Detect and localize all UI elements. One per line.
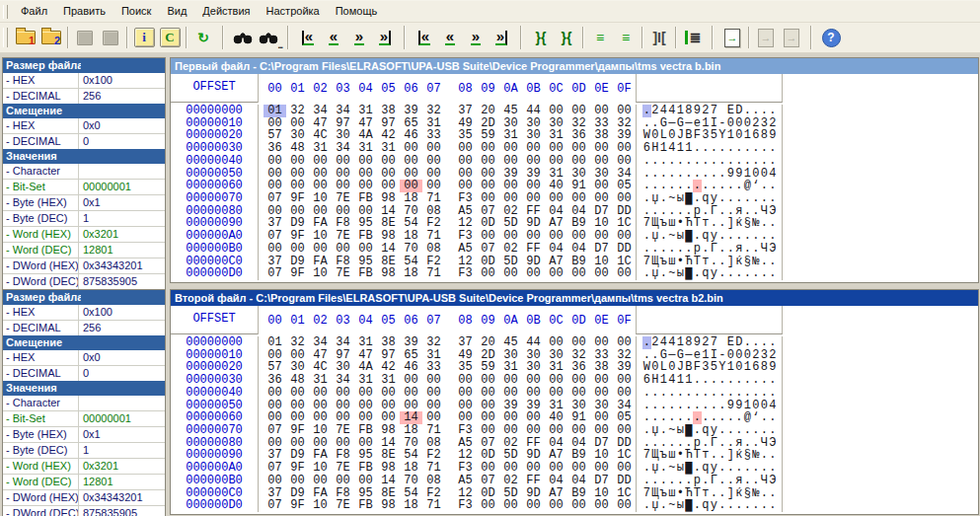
byte-cell[interactable]: 00 (613, 142, 636, 155)
ascii-cell[interactable]: № (752, 217, 761, 230)
ascii-cell[interactable]: 7 (642, 217, 651, 230)
ascii-cell[interactable]: . (668, 155, 677, 168)
ascii-cell[interactable]: . (735, 374, 744, 387)
ascii-cell[interactable]: . (760, 180, 769, 192)
ascii-cell[interactable]: . (702, 243, 711, 256)
ascii-cell[interactable]: . (693, 462, 702, 475)
byte-cell[interactable]: 18 (400, 267, 422, 280)
byte-cell[interactable]: 04 (545, 475, 567, 487)
byte-cell[interactable]: 02 (499, 243, 522, 256)
ascii-cell[interactable]: 1 (702, 117, 711, 130)
ascii-cell[interactable]: 6 (642, 374, 651, 387)
ascii-cell[interactable]: . (743, 155, 752, 168)
ascii-cell[interactable]: 8 (685, 105, 694, 117)
byte-cell[interactable]: 00 (332, 243, 354, 256)
ascii-cell[interactable]: q (702, 267, 711, 280)
ascii-cell[interactable]: ќ (735, 449, 744, 462)
ascii-cell[interactable]: . (693, 142, 702, 155)
ascii-cell[interactable]: 3 (760, 349, 769, 362)
byte-cell[interactable]: 32 (422, 336, 445, 349)
ascii-cell[interactable]: . (726, 180, 735, 192)
ascii-cell[interactable]: . (693, 374, 702, 387)
byte-cell[interactable]: 00 (454, 142, 477, 155)
byte-cell[interactable]: 00 (545, 336, 567, 349)
ascii-cell[interactable]: . (752, 437, 761, 450)
ascii-cell[interactable]: . (710, 449, 718, 462)
ascii-cell[interactable]: . (685, 387, 694, 400)
ascii-cell[interactable]: • (676, 256, 685, 268)
ascii-cell[interactable]: . (668, 400, 677, 412)
ascii-cell[interactable]: у (710, 230, 718, 243)
ascii-cell[interactable]: 4 (668, 142, 677, 155)
byte-cell[interactable]: 00 (522, 267, 545, 280)
ascii-cell[interactable]: . (693, 387, 702, 400)
ascii-cell[interactable]: . (718, 192, 727, 205)
byte-cell[interactable]: 31 (354, 142, 377, 155)
byte-cell[interactable]: 31 (309, 374, 332, 387)
byte-cell[interactable]: 00 (354, 155, 377, 168)
ascii-cell[interactable]: . (743, 387, 752, 400)
ascii-cell[interactable]: у (710, 192, 718, 205)
byte-cell[interactable]: 00 (522, 230, 545, 243)
byte-cell[interactable]: FB (354, 192, 377, 205)
byte-cell[interactable]: 00 (522, 424, 545, 437)
ascii-cell[interactable]: 0 (651, 361, 660, 374)
ascii-cell[interactable]: . (676, 400, 685, 412)
ascii-cell[interactable]: . (693, 499, 702, 512)
ascii-cell[interactable]: ~ (668, 424, 677, 437)
ascii-cell[interactable]: . (752, 387, 761, 400)
ascii-cell[interactable]: . (659, 230, 668, 243)
byte-cell[interactable]: 00 (332, 387, 354, 400)
ascii-cell[interactable]: § (743, 256, 752, 268)
byte-cell[interactable]: 00 (522, 155, 545, 168)
ascii-cell[interactable]: § (743, 449, 752, 462)
ascii-cell[interactable]: . (752, 462, 761, 475)
byte-cell[interactable]: 34 (332, 142, 354, 155)
goto-bottom-button[interactable]: ≡ (614, 26, 638, 49)
last-match-button[interactable]: » (490, 26, 513, 49)
ascii-cell[interactable]: . (659, 205, 668, 218)
byte-cell[interactable]: 00 (354, 475, 377, 487)
ascii-cell[interactable]: . (752, 192, 761, 205)
ascii-cell[interactable]: J (676, 361, 685, 374)
ascii-cell[interactable]: ш (668, 256, 677, 268)
ascii-cell[interactable]: . (651, 475, 660, 487)
byte-cell[interactable]: 00 (477, 499, 499, 512)
ascii-cell[interactable]: . (659, 400, 668, 412)
ascii-cell[interactable]: . (659, 499, 668, 512)
byte-cell[interactable]: 44 (522, 105, 545, 117)
ascii-cell[interactable]: — (668, 117, 677, 130)
ascii-cell[interactable]: 3 (760, 117, 769, 130)
ascii-cell[interactable]: G (676, 117, 685, 130)
byte-cell[interactable]: 00 (422, 387, 445, 400)
ascii-cell[interactable]: . (702, 155, 711, 168)
ascii-cell[interactable]: 1 (676, 336, 685, 349)
ascii-cell[interactable]: у (710, 462, 718, 475)
ascii-cell[interactable]: Ћ (685, 256, 694, 268)
byte-cell[interactable]: 18 (400, 462, 422, 475)
ascii-cell[interactable]: . (710, 180, 718, 192)
ascii-cell[interactable]: я (735, 475, 744, 487)
menu-item-search[interactable]: Поиск (113, 2, 159, 21)
ascii-cell[interactable]: . (769, 387, 778, 400)
ascii-cell[interactable]: . (642, 411, 651, 424)
byte-cell[interactable]: 00 (499, 192, 522, 205)
refresh-button[interactable]: ↻ (191, 26, 215, 49)
byte-cell[interactable]: 00 (499, 424, 522, 437)
ascii-cell[interactable]: . (702, 437, 711, 450)
ascii-cell[interactable]: ] (726, 487, 735, 500)
byte-cell[interactable]: 71 (422, 462, 445, 475)
ascii-cell[interactable]: . (760, 462, 769, 475)
ascii-cell[interactable]: ы (676, 462, 685, 475)
ascii-cell[interactable]: 9 (726, 400, 735, 412)
byte-cell[interactable]: 00 (567, 267, 590, 280)
ascii-cell[interactable]: . (718, 400, 727, 412)
ascii-cell[interactable]: . (651, 411, 660, 424)
ascii-cell[interactable]: Y (718, 129, 727, 142)
ascii-cell[interactable]: . (676, 180, 685, 192)
byte-cell[interactable]: 71 (422, 424, 445, 437)
ascii-cell[interactable]: . (676, 411, 685, 424)
ascii-cell[interactable]: 1 (743, 400, 752, 412)
open-file2-button[interactable]: 2 (39, 26, 63, 49)
ascii-cell[interactable]: . (743, 142, 752, 155)
